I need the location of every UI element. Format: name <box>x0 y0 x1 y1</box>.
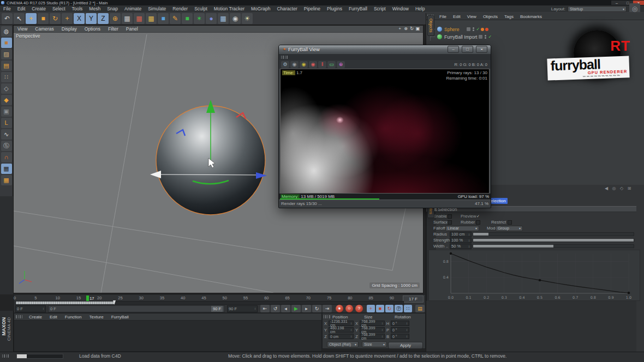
menu-script[interactable]: Script <box>371 6 389 11</box>
fb-maximize-button[interactable]: □ <box>462 46 473 53</box>
z-axis-lock[interactable]: Z <box>98 13 109 24</box>
furryball-tag-icon[interactable] <box>485 28 488 31</box>
render-picture-viewer-button[interactable]: ▦ <box>134 13 145 24</box>
menu-mograph[interactable]: MoGraph <box>248 6 273 11</box>
generators-menu[interactable]: ■ <box>182 13 193 24</box>
menu-create[interactable]: Create <box>28 6 49 11</box>
key-position-toggle[interactable]: + <box>367 305 375 312</box>
pause-render-icon[interactable]: ‖ <box>318 61 326 68</box>
enable-checkbox[interactable] <box>448 214 452 219</box>
menu-animate[interactable]: Animate <box>121 6 145 11</box>
menu-file[interactable]: File <box>0 6 14 11</box>
radius-slider[interactable] <box>473 232 634 236</box>
texture-mode-button[interactable]: ▨ <box>1 49 12 59</box>
furryball-view-window[interactable]: ✶ FurryBall View –□× ⚙◉◉◉‖▭⊕ R: 0 G: 0 B… <box>278 45 491 208</box>
spinner-icon[interactable]: ↕ <box>467 233 470 236</box>
frame-scrubber[interactable]: 0 F 90 F <box>48 305 225 312</box>
coordinate-system-toggle[interactable]: ⊕ <box>110 13 121 24</box>
menu-furryball[interactable]: FurryBall <box>345 6 371 11</box>
furryball-render-area[interactable]: Time: 1.7 Primary rays: 13 / 30 Remainin… <box>280 69 490 194</box>
rotation-b-field[interactable]: 0 °↕ <box>391 334 409 339</box>
range-end-field[interactable]: 90 F ↕ <box>227 305 258 312</box>
size-z-field[interactable]: 768.399 cm↕ <box>360 334 385 339</box>
timeline-window-icon[interactable]: ▤ <box>415 305 425 312</box>
environment-menu[interactable]: ▦ <box>218 13 229 24</box>
key-parameter-toggle[interactable]: Ⓟ <box>395 305 403 312</box>
color-channels-icon[interactable]: ⊕ <box>337 61 345 68</box>
key-rotation-toggle[interactable]: ↻ <box>385 305 393 312</box>
vp-menu-filter[interactable]: Filter <box>104 26 122 32</box>
preview-checkbox[interactable]: ✓ <box>476 214 480 219</box>
move-tool[interactable]: + <box>26 13 37 24</box>
fb-minimize-button[interactable]: – <box>448 46 459 53</box>
panel-grid-icon[interactable]: ⊞ <box>626 185 633 191</box>
spinner-icon[interactable]: ↕ <box>41 307 44 310</box>
scrubber-end-handle[interactable]: 90 F <box>211 306 223 312</box>
render-settings-button[interactable]: ▦ <box>146 13 157 24</box>
key-pla-toggle[interactable]: ∷ <box>404 305 412 312</box>
settings-gear-icon[interactable]: ⚙ <box>281 61 289 68</box>
strength-field[interactable]: 100 % ↕ <box>450 238 472 243</box>
last-used-tool[interactable]: + <box>62 13 73 24</box>
coordinate-mode-dropdown[interactable]: Object (Rel)▾ <box>327 341 359 347</box>
menu-edit[interactable]: Edit <box>14 6 29 11</box>
axis-mode-button[interactable]: L <box>1 118 12 128</box>
rotate-tool[interactable]: ↻ <box>50 13 61 24</box>
layout-dropdown[interactable]: Startup ▾ <box>568 6 627 12</box>
size-y-field[interactable]: 768.399 cm↕ <box>360 327 385 333</box>
loop-button[interactable]: ↻ <box>312 305 321 312</box>
edges-mode-button[interactable]: ◇ <box>1 83 12 94</box>
object-row-furryball-import[interactable]: FurryBall Import ✓ <box>426 33 492 40</box>
enabled-check-icon[interactable]: ✓ <box>476 27 480 32</box>
menu-select[interactable]: Select <box>49 6 69 11</box>
spline-mouse-button[interactable]: ∿ <box>1 129 12 140</box>
vp-menu-panel[interactable]: Panel <box>122 26 142 32</box>
play-button[interactable]: ▶ <box>291 305 301 312</box>
camera-menu[interactable]: ◉ <box>230 13 241 24</box>
menu-character[interactable]: Character <box>273 6 300 11</box>
mograph-menu[interactable]: ✶ <box>194 13 205 24</box>
mat-menu-edit[interactable]: Edit <box>46 315 61 319</box>
record-keyframe-button[interactable]: ● <box>336 305 343 312</box>
mat-menu-create[interactable]: Create <box>25 315 46 319</box>
x-axis-lock[interactable]: X <box>74 13 85 24</box>
furryball-titlebar[interactable]: ✶ FurryBall View –□× <box>279 45 491 53</box>
timeline-ruler[interactable]: 051015202530354045505560657075808590 17 <box>15 295 403 301</box>
position-x-field[interactable]: -1236.331 cm↕ <box>329 321 354 326</box>
deformers-menu[interactable]: ● <box>206 13 217 24</box>
falloff-curve[interactable]: 0.00.10.20.30.40.50.60.70.80.91.00.40.8 <box>428 250 640 301</box>
menu-render[interactable]: Render <box>169 6 191 11</box>
apply-button[interactable]: Apply <box>388 342 423 349</box>
menu-motion-tracker[interactable]: Motion Tracker <box>211 6 248 11</box>
tab-objects[interactable]: Objects <box>427 15 434 36</box>
restrict-checkbox[interactable] <box>508 220 512 225</box>
workplane-lock-button[interactable]: ▦ <box>1 164 12 174</box>
autokey-button[interactable]: ○ <box>345 305 353 312</box>
layer-toggle[interactable] <box>479 35 482 39</box>
primitive-cube-menu[interactable]: ■ <box>158 13 169 24</box>
spinner-icon[interactable]: ↕ <box>467 245 470 248</box>
make-editable-button[interactable]: ◍ <box>1 26 12 37</box>
back-icon[interactable]: ◀ <box>603 185 610 191</box>
menu-snap[interactable]: Snap <box>104 6 121 11</box>
render-view-button[interactable]: ▦ <box>122 13 133 24</box>
vp-menu-view[interactable]: View <box>14 26 31 32</box>
spinner-icon[interactable]: ↕ <box>253 307 256 310</box>
spinner-icon[interactable]: ↕ <box>467 239 470 242</box>
camera-b-icon[interactable]: ◉ <box>300 61 308 68</box>
om-menu-bookmarks[interactable]: Bookmarks <box>517 14 545 19</box>
rotate-view-icon[interactable]: ↻ <box>409 26 415 32</box>
goto-start-button[interactable]: ⇤ <box>260 305 270 312</box>
om-menu-file[interactable]: File <box>436 14 450 19</box>
menu-pipeline[interactable]: Pipeline <box>301 6 324 11</box>
mode-dropdown[interactable]: Group ▾ <box>496 226 523 231</box>
pan-view-icon[interactable]: + <box>397 26 403 32</box>
filter-icon[interactable]: ◇ <box>618 185 625 191</box>
polygons-mode-button[interactable]: ◆ <box>1 95 12 105</box>
om-menu-edit[interactable]: Edit <box>450 14 464 19</box>
keyframe-options-button[interactable]: ? <box>355 305 363 312</box>
current-frame-marker[interactable]: 17 <box>86 295 89 301</box>
key-scale-toggle[interactable]: ■ <box>376 305 384 312</box>
visibility-dots[interactable] <box>485 35 486 39</box>
material-manager[interactable]: CreateEditFunctionTextureFurryBall <box>14 313 322 352</box>
